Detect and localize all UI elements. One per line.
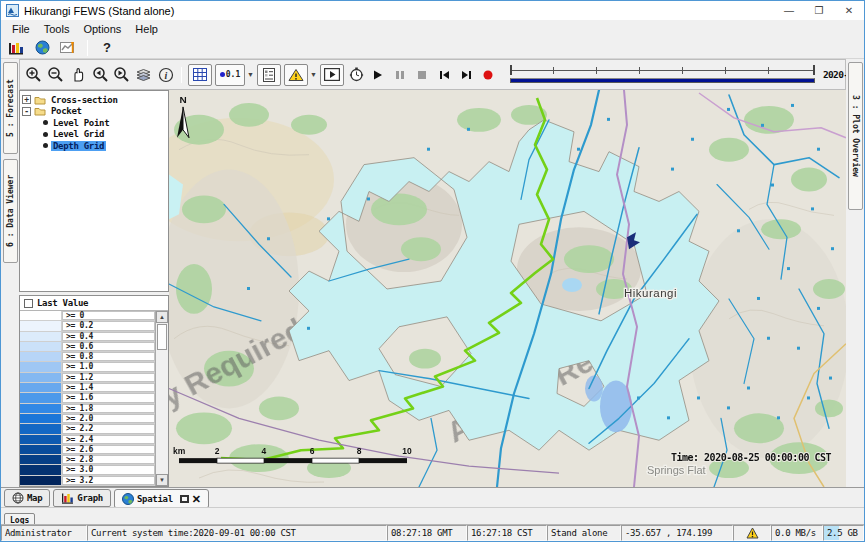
skip-to-end-icon[interactable] — [456, 64, 477, 86]
legend-row[interactable]: >= 2.4 — [20, 435, 155, 445]
zoom-previous-icon[interactable] — [89, 64, 110, 86]
legend-row[interactable]: >= 2.0 — [20, 414, 155, 424]
tree-item[interactable]: Level Grid — [22, 129, 166, 141]
folder-open-icon — [34, 106, 46, 116]
legend-toggle-button[interactable] — [257, 64, 281, 86]
tree-item-label[interactable]: Depth Grid — [51, 141, 106, 151]
scrollbar-thumb[interactable] — [157, 324, 167, 350]
app-window: Hikurangi FEWS (Stand alone) — ❐ ✕ File … — [0, 0, 865, 542]
scroll-up-icon[interactable]: ▲ — [156, 311, 168, 323]
tree-item-label[interactable]: Level Grid — [51, 129, 106, 139]
legend-row[interactable]: >= 0.2 — [20, 321, 155, 331]
record-icon[interactable] — [478, 64, 499, 86]
skip-to-start-icon[interactable] — [434, 64, 455, 86]
tree-item[interactable]: - Pocket — [22, 106, 166, 118]
legend-row[interactable]: >= 3.2 — [20, 476, 155, 486]
status-transfer-rate: 0.0 MB/s — [771, 525, 823, 541]
tab-forecast[interactable]: 5 : Forecast — [3, 62, 18, 154]
svg-text:km: km — [173, 446, 185, 456]
menu-tools[interactable]: Tools — [37, 22, 77, 36]
legend-color-swatch — [20, 465, 62, 474]
legend-color-swatch — [20, 373, 62, 382]
warning-icon — [746, 527, 759, 539]
chevron-down-icon[interactable]: ▼ — [247, 71, 254, 78]
tab-maximize-icon[interactable] — [180, 495, 189, 503]
legend-row[interactable]: >= 1.8 — [20, 404, 155, 414]
globe-icon[interactable] — [31, 38, 53, 57]
tab-spatial[interactable]: Spatial ✕ — [114, 489, 209, 508]
tree-item-selected[interactable]: Depth Grid — [22, 140, 166, 152]
map-canvas[interactable]: API Key Required API Key Required — [169, 90, 846, 487]
legend-color-swatch — [20, 393, 62, 402]
zoom-next-icon[interactable] — [111, 64, 132, 86]
legend-row[interactable]: >= 1.2 — [20, 373, 155, 383]
pause-icon[interactable] — [390, 64, 411, 86]
legend-color-swatch — [20, 455, 62, 464]
stop-icon[interactable] — [412, 64, 433, 86]
scroll-down-icon[interactable]: ▼ — [156, 474, 168, 486]
tab-map[interactable]: Map — [4, 489, 50, 507]
menu-file[interactable]: File — [5, 22, 37, 36]
legend-color-swatch — [20, 404, 62, 413]
tree-item[interactable]: Level Point — [22, 117, 166, 129]
legend-row[interactable]: >= 3.0 — [20, 465, 155, 475]
spatial-display-icon[interactable] — [57, 38, 79, 57]
tab-close-icon[interactable]: ✕ — [192, 494, 201, 504]
thresholds-button[interactable] — [284, 64, 308, 86]
expander-icon[interactable]: - — [22, 107, 31, 116]
timeline-slider[interactable] — [510, 64, 815, 86]
chevron-down-icon[interactable]: ▼ — [310, 71, 317, 78]
close-button[interactable]: ✕ — [834, 1, 864, 20]
point-icon — [220, 72, 225, 77]
animation-movie-button[interactable] — [320, 64, 344, 86]
legend-row[interactable]: >= 2.2 — [20, 424, 155, 434]
help-button[interactable]: ? — [96, 38, 118, 57]
status-system-time: Current system time:2020-09-01 00:00 CST — [87, 525, 387, 541]
place-label-springs-flat: Springs Flat — [647, 464, 706, 476]
legend-row[interactable]: >= 2.8 — [20, 455, 155, 465]
tree-item-label[interactable]: Level Point — [51, 118, 111, 128]
tab-plot-overview[interactable]: 3 : Plot Overview — [848, 62, 863, 210]
legend-row[interactable]: >= 1.6 — [20, 393, 155, 403]
grid-display-button[interactable] — [188, 64, 212, 86]
pan-icon[interactable] — [67, 64, 88, 86]
legend-row[interactable]: >= 0.6 — [20, 342, 155, 352]
legend-color-swatch — [20, 445, 62, 454]
status-warning-cell[interactable] — [733, 525, 771, 541]
legend-row[interactable]: >= 0.4 — [20, 332, 155, 342]
legend-value-label: >= 1.2 — [62, 373, 155, 382]
svg-text:N: N — [179, 94, 186, 105]
minimize-button[interactable]: — — [774, 1, 804, 20]
info-icon[interactable]: i — [155, 64, 176, 86]
status-user: Administrator — [1, 525, 87, 541]
legend-color-swatch — [20, 383, 62, 392]
last-value-checkbox[interactable] — [24, 299, 33, 308]
play-icon[interactable] — [368, 64, 389, 86]
legend-row[interactable]: >= 1.0 — [20, 362, 155, 372]
animation-settings-icon[interactable] — [346, 64, 367, 86]
legend-row[interactable]: >= 0 — [20, 311, 155, 321]
layers-icon[interactable] — [133, 64, 154, 86]
expander-icon[interactable]: + — [22, 95, 31, 104]
menu-help[interactable]: Help — [128, 22, 165, 36]
map-view[interactable]: API Key Required API Key Required — [169, 90, 846, 487]
legend-color-swatch — [20, 362, 62, 371]
zoom-out-icon[interactable] — [45, 64, 66, 86]
legend-color-swatch — [20, 424, 62, 433]
legend-row[interactable]: >= 2.6 — [20, 445, 155, 455]
title-bar: Hikurangi FEWS (Stand alone) — ❐ ✕ — [1, 1, 864, 20]
legend-row[interactable]: >= 0.8 — [20, 352, 155, 362]
legend-scrollbar[interactable]: ▲ ▼ — [155, 311, 168, 486]
tree-item[interactable]: + Cross-section — [22, 94, 166, 106]
point-size-button[interactable]: 0.1 — [215, 64, 245, 86]
tab-graph[interactable]: Graph — [53, 489, 111, 507]
tree-item-label[interactable]: Pocket — [49, 106, 84, 116]
maximize-button[interactable]: ❐ — [804, 1, 834, 20]
legend-row[interactable]: >= 1.4 — [20, 383, 155, 393]
menu-options[interactable]: Options — [76, 22, 128, 36]
data-display-icon[interactable] — [5, 38, 27, 57]
status-mode: Stand alone — [547, 525, 621, 541]
tree-item-label[interactable]: Cross-section — [49, 95, 120, 105]
zoom-in-icon[interactable] — [23, 64, 44, 86]
tab-data-viewer[interactable]: 6 : Data Viewer — [3, 159, 18, 263]
